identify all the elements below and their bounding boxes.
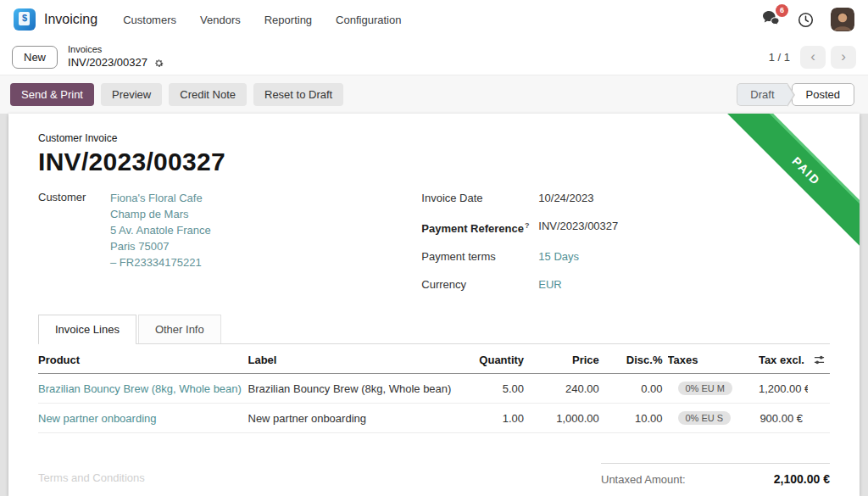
table-row: New partner onboarding New partner onboa… [38,404,830,433]
payment-reference-value[interactable]: INV/2023/00327 [533,218,618,237]
totals-section: Untaxed Amount: 2,100.00 € [601,463,830,486]
invoice-sheet: PAID Customer Invoice INV/2023/00327 Cus… [8,114,860,496]
cell-label[interactable]: New partner onboarding [248,404,470,432]
header-taxes: Taxes [668,344,759,373]
customer-section: Customer Fiona's Floral Cafe Champ de Ma… [38,190,418,304]
notebook-tabs: Invoice Lines Other Info [38,315,830,344]
reset-to-draft-button[interactable]: Reset to Draft [253,83,343,106]
status-arrow-separator [787,83,795,107]
invoice-number: INV/2023/00327 [38,148,830,176]
customer-address-line: Paris 75007 [110,238,211,254]
credit-note-button[interactable]: Credit Note [169,83,247,106]
cell-price[interactable]: 240.00 [529,375,604,403]
invoice-date-label: Invoice Date [421,190,533,206]
status-draft[interactable]: Draft [737,83,787,106]
cell-taxes: 0% EU M [668,374,759,403]
payment-terms-value[interactable]: 15 Days [533,248,579,265]
header-disc: Disc.% [604,344,668,373]
customer-address-line: Champ de Mars [110,206,211,222]
tax-badge[interactable]: 0% EU M [678,382,732,395]
customer-address-line: 5 Av. Anatole France [110,222,211,238]
cell-disc[interactable]: 10.00 [604,404,668,432]
empty-line-area[interactable] [38,433,830,462]
terms-and-conditions-placeholder[interactable]: Terms and Conditions [38,471,145,486]
send-and-print-button[interactable]: Send & Print [10,83,94,106]
invoicing-app-icon[interactable] [14,8,36,31]
breadcrumb: Invoices INV/2023/00327 [68,43,164,70]
sheet-footer: Terms and Conditions Untaxed Amount: 2,1… [38,463,830,496]
breadcrumb-parent[interactable]: Invoices [68,43,164,55]
customer-field-label: Customer [38,190,110,304]
cell-taxes: 0% EU S [668,404,759,432]
invoice-details-section: Invoice Date 10/24/2023 Payment Referenc… [418,190,830,304]
currency-label: Currency [421,276,533,293]
status-widget: Draft Posted [737,83,854,107]
activities-icon[interactable] [798,12,814,28]
control-panel: New Invoices INV/2023/00327 1 / 1 ‹ › [0,39,868,75]
untaxed-amount-value: 2,100.00 € [774,472,830,486]
cell-quantity[interactable]: 1.00 [470,404,529,432]
notification-badge: 6 [776,4,788,17]
currency-value[interactable]: EUR [533,276,561,293]
cell-product[interactable]: Brazilian Bouncy Brew (8kg, Whole bean) [38,375,248,403]
menu-item-vendors[interactable]: Vendors [200,14,241,26]
header-price: Price [529,344,604,373]
app-name[interactable]: Invoicing [44,12,97,27]
tab-other-info[interactable]: Other Info [138,315,221,343]
field-help-marker: ? [525,221,530,230]
top-navbar: Invoicing Customers Vendors Reporting Co… [0,0,868,39]
messages-icon[interactable]: 6 [762,10,781,30]
tax-badge[interactable]: 0% EU S [678,411,732,425]
payment-reference-label: Payment Reference? [421,218,533,237]
header-label: Label [248,344,470,373]
header-tax-excl: Tax excl. [759,344,808,373]
preview-button[interactable]: Preview [101,83,162,106]
cell-product[interactable]: New partner onboarding [38,404,248,432]
user-avatar[interactable] [831,8,854,31]
cell-label[interactable]: Brazilian Bouncy Brew (8kg, Whole bean) [248,375,470,403]
header-quantity: Quantity [470,344,529,373]
menu-item-reporting[interactable]: Reporting [264,14,312,26]
record-pager: 1 / 1 ‹ › [769,46,856,69]
cell-subtotal: 900.00 € [759,404,808,432]
customer-vat-line: – FR23334175221 [110,254,211,270]
chevron-right-icon[interactable]: › [831,46,856,69]
invoice-date-value[interactable]: 10/24/2023 [533,190,593,206]
breadcrumb-current: INV/2023/00327 [68,56,147,70]
cell-subtotal: 1,200.00 € [759,375,808,403]
invoice-type-label: Customer Invoice [38,132,830,144]
menu-item-configuration[interactable]: Configuration [336,14,401,26]
chevron-left-icon[interactable]: ‹ [800,46,826,69]
table-row: Brazilian Bouncy Brew (8kg, Whole bean) … [38,374,830,404]
customer-name-link[interactable]: Fiona's Floral Cafe [110,190,211,206]
tab-invoice-lines[interactable]: Invoice Lines [38,315,136,343]
main-menu: Customers Vendors Reporting Configuratio… [123,14,401,26]
header-product: Product [38,344,248,373]
invoice-lines-table: Product Label Quantity Price Disc.% Taxe… [38,344,830,462]
action-bar: Send & Print Preview Credit Note Reset t… [0,75,868,114]
navbar-right: 6 [762,8,854,31]
payment-terms-label: Payment terms [421,248,533,265]
menu-item-customers[interactable]: Customers [123,14,176,26]
optional-columns-icon[interactable] [808,345,830,372]
gear-icon[interactable] [153,58,164,69]
status-posted[interactable]: Posted [792,83,854,106]
cell-disc[interactable]: 0.00 [604,375,668,403]
pager-count: 1 / 1 [769,51,790,64]
cell-price[interactable]: 1,000.00 [529,404,604,432]
untaxed-amount-label: Untaxed Amount: [601,473,686,486]
new-button[interactable]: New [12,46,58,69]
clock-icon [798,12,814,28]
cell-quantity[interactable]: 5.00 [470,375,529,403]
table-header-row: Product Label Quantity Price Disc.% Taxe… [38,344,830,374]
